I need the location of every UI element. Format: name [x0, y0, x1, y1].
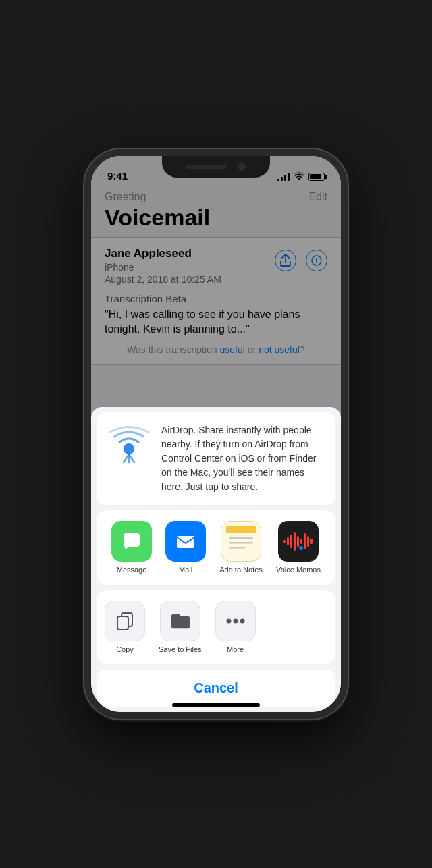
messages-label: Message	[117, 566, 147, 574]
apps-row: Message Mail	[97, 510, 335, 585]
copy-label: Copy	[116, 645, 134, 653]
share-app-mail[interactable]: Mail	[165, 521, 206, 574]
svg-point-29	[240, 619, 244, 624]
save-to-files-label: Save to Files	[159, 645, 202, 653]
actions-row: Copy Save to Files	[97, 590, 335, 664]
copy-icon	[105, 601, 145, 641]
svg-rect-10	[226, 526, 256, 533]
svg-rect-16	[287, 537, 289, 545]
share-app-messages[interactable]: Message	[111, 521, 152, 574]
svg-rect-8	[177, 536, 194, 548]
action-copy[interactable]: Copy	[105, 601, 145, 653]
svg-point-27	[226, 619, 231, 624]
messages-icon	[111, 521, 152, 562]
svg-rect-22	[307, 536, 309, 547]
svg-rect-26	[117, 616, 128, 630]
more-label: More	[227, 645, 244, 653]
home-indicator[interactable]	[172, 703, 260, 707]
svg-point-24	[299, 546, 303, 550]
svg-rect-11	[229, 537, 253, 539]
svg-rect-15	[284, 540, 286, 543]
mail-icon	[165, 521, 206, 562]
share-app-voice-memos[interactable]: Voice Memos	[276, 521, 321, 574]
notch	[162, 156, 270, 178]
svg-rect-20	[300, 539, 302, 544]
svg-point-2	[124, 443, 134, 454]
airdrop-description: AirDrop. Share instantly with people nea…	[161, 423, 325, 494]
share-content: AirDrop. Share instantly with people nea…	[91, 407, 341, 712]
cancel-section: Cancel	[97, 670, 335, 707]
phone-frame: 9:41 Greeting	[84, 149, 348, 719]
svg-rect-17	[290, 535, 292, 548]
svg-rect-18	[294, 532, 296, 551]
svg-point-28	[233, 619, 238, 624]
save-to-files-icon	[160, 601, 200, 641]
more-icon	[215, 601, 256, 641]
mail-label: Mail	[179, 566, 192, 574]
svg-rect-21	[304, 533, 306, 549]
voice-memos-icon	[278, 521, 319, 562]
voice-memos-label: Voice Memos	[276, 566, 321, 574]
svg-rect-12	[229, 542, 253, 544]
cancel-button[interactable]: Cancel	[107, 680, 325, 696]
notes-label: Add to Notes	[219, 566, 263, 574]
svg-rect-19	[297, 536, 299, 547]
svg-rect-13	[229, 547, 245, 549]
front-camera	[238, 163, 246, 171]
svg-rect-23	[310, 539, 313, 544]
share-sheet: AirDrop. Share instantly with people nea…	[91, 407, 341, 712]
notes-icon	[221, 521, 261, 562]
speaker	[186, 165, 227, 169]
action-save-to-files[interactable]: Save to Files	[159, 601, 202, 653]
action-more[interactable]: More	[215, 601, 256, 653]
airdrop-section: AirDrop. Share instantly with people nea…	[97, 412, 335, 505]
share-app-notes[interactable]: Add to Notes	[219, 521, 263, 574]
airdrop-icon	[107, 423, 151, 466]
